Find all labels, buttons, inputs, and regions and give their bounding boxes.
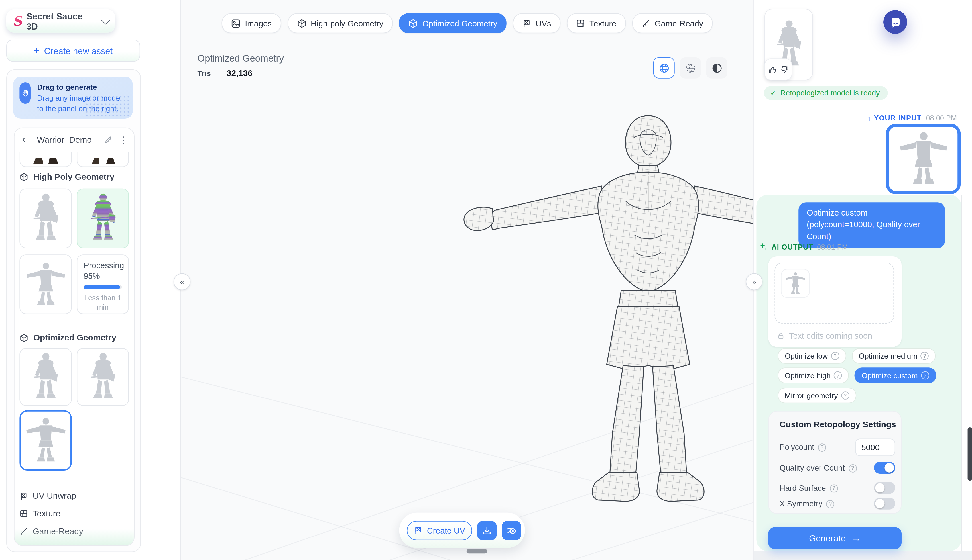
tab-optimized-geometry[interactable]: Optimized Geometry bbox=[399, 13, 507, 33]
tris-value: 32,136 bbox=[227, 68, 252, 78]
ai-output-card: Text edits coming soon bbox=[768, 257, 902, 347]
x-symmetry-toggle[interactable] bbox=[874, 498, 895, 510]
hard-surface-toggle[interactable] bbox=[874, 482, 895, 494]
create-uv-button[interactable]: Create UV bbox=[407, 520, 472, 540]
sword-icon bbox=[641, 19, 650, 28]
processing-percent: 95% bbox=[84, 272, 122, 281]
chip-row-3: Mirror geometry bbox=[778, 388, 856, 403]
check-icon: ✓ bbox=[770, 88, 777, 97]
image-thumbnail-partial[interactable] bbox=[19, 152, 72, 167]
your-input-label: YOUR INPUT bbox=[868, 114, 922, 122]
quality-over-count-label: Quality over Count bbox=[780, 464, 857, 473]
your-input-row: YOUR INPUT 08:00 PM bbox=[868, 114, 957, 122]
hexmesh-icon bbox=[19, 172, 28, 181]
contrast-icon bbox=[711, 62, 722, 73]
thumbs-down-icon[interactable] bbox=[780, 65, 789, 74]
brand-menu-button[interactable]: S Secret Sauce 3D bbox=[6, 9, 115, 33]
create-new-asset-button[interactable]: + Create new asset bbox=[6, 40, 140, 62]
sidebar-item-game-ready[interactable]: Game-Ready bbox=[19, 527, 83, 536]
tris-counter: Tris 32,136 bbox=[197, 68, 252, 78]
chip-mirror-geometry[interactable]: Mirror geometry bbox=[778, 388, 856, 403]
feedback-pill bbox=[765, 58, 792, 80]
cube-icon bbox=[19, 333, 28, 342]
kebab-menu-icon[interactable]: ⋮ bbox=[119, 135, 128, 144]
optimized-thumbnail-selected[interactable] bbox=[19, 410, 72, 470]
edit-pencil-icon[interactable] bbox=[104, 135, 113, 143]
chip-row-2: Optimize high Optimize custom bbox=[778, 367, 936, 383]
tab-game-ready[interactable]: Game-Ready bbox=[632, 13, 713, 33]
shading-view-button[interactable] bbox=[706, 57, 727, 78]
help-icon bbox=[826, 500, 834, 508]
chip-optimize-low[interactable]: Optimize low bbox=[778, 348, 846, 364]
tab-high-poly-geometry[interactable]: High-poly Geometry bbox=[287, 13, 393, 33]
user-input-thumbnail[interactable] bbox=[886, 124, 960, 194]
highpoly-thumbnail-tpose[interactable] bbox=[19, 254, 72, 314]
drag-card-body: Drag any image or model to the panel on … bbox=[37, 93, 129, 113]
bottom-drag-handle[interactable] bbox=[467, 549, 488, 553]
optimized-thumbnail[interactable] bbox=[19, 348, 72, 406]
highpoly-thumbnail-colored[interactable] bbox=[77, 188, 129, 248]
blender-export-button[interactable] bbox=[502, 520, 521, 540]
collapse-left-button[interactable]: « bbox=[174, 273, 191, 290]
x-symmetry-label: X Symmetry bbox=[780, 500, 834, 508]
sidebar-item-uv-unwrap[interactable]: UV Unwrap bbox=[19, 492, 76, 501]
tab-images[interactable]: Images bbox=[222, 13, 281, 33]
vertical-scrollbar[interactable] bbox=[968, 427, 972, 480]
plus-icon: + bbox=[34, 45, 40, 55]
stage-tabs: Images High-poly Geometry Optimized Geom… bbox=[222, 13, 713, 33]
sidebar: S Secret Sauce 3D + Create new asset Dra… bbox=[0, 0, 181, 560]
thumbs-up-icon[interactable] bbox=[768, 65, 777, 74]
processing-card: Processing 95% Less than 1 min remaining… bbox=[77, 254, 129, 314]
highpoly-thumbnail[interactable] bbox=[19, 188, 72, 248]
viewport-title: Optimized Geometry bbox=[197, 53, 284, 63]
help-icon bbox=[831, 352, 839, 360]
ai-output-time: 08:01 PM bbox=[817, 243, 848, 250]
view-mode-buttons bbox=[653, 57, 727, 78]
tris-label: Tris bbox=[197, 69, 211, 78]
asset-panel: Drag to generate Drag any image or model… bbox=[6, 69, 141, 552]
quality-over-count-toggle[interactable] bbox=[874, 462, 895, 474]
viewport-action-bar: Create UV bbox=[399, 513, 525, 548]
asset-name: Warrior_Demo bbox=[37, 135, 92, 144]
generate-button[interactable]: Generate → bbox=[768, 527, 902, 549]
help-icon bbox=[841, 392, 849, 400]
wireframe-view-button[interactable] bbox=[653, 57, 675, 78]
chip-optimize-medium[interactable]: Optimize medium bbox=[852, 348, 935, 364]
polycount-input[interactable] bbox=[855, 439, 895, 456]
hidden-wireframe-view-button[interactable] bbox=[680, 57, 701, 78]
ready-status-badge: ✓ Retopologized model is ready. bbox=[764, 86, 888, 100]
help-icon bbox=[921, 372, 929, 380]
wireframe-globe-icon bbox=[658, 62, 669, 73]
hard-surface-label: Hard Surface bbox=[780, 484, 838, 492]
tab-texture[interactable]: Texture bbox=[567, 13, 626, 33]
scroll-gutter-line bbox=[962, 195, 962, 551]
processing-eta: Less than 1 min remaining… bbox=[84, 293, 122, 314]
help-icon bbox=[848, 464, 857, 472]
chat-widget-button[interactable] bbox=[883, 10, 907, 34]
brand-logo-icon: S bbox=[13, 15, 22, 28]
help-icon bbox=[834, 372, 842, 380]
output-dropzone bbox=[775, 263, 894, 323]
chip-optimize-high[interactable]: Optimize high bbox=[778, 367, 849, 383]
create-new-asset-label: Create new asset bbox=[44, 45, 113, 55]
chip-optimize-custom[interactable]: Optimize custom bbox=[855, 367, 936, 383]
cube-icon bbox=[409, 18, 418, 28]
text-edits-label: Text edits coming soon bbox=[789, 331, 872, 340]
custom-retopology-settings-card: Custom Retopology Settings Polycount Qua… bbox=[768, 411, 902, 514]
settings-title: Custom Retopology Settings bbox=[780, 420, 896, 429]
optimized-thumbnail[interactable] bbox=[77, 348, 129, 406]
sidebar-item-texture[interactable]: Texture bbox=[19, 509, 60, 518]
help-icon bbox=[818, 443, 826, 452]
polycount-label: Polycount bbox=[780, 443, 826, 452]
download-button[interactable] bbox=[477, 520, 496, 540]
image-thumbnail-partial[interactable] bbox=[77, 152, 129, 167]
tab-uvs[interactable]: UVs bbox=[513, 13, 561, 33]
chip-row-1: Optimize low Optimize medium bbox=[778, 348, 935, 364]
collapse-right-button[interactable]: » bbox=[746, 273, 763, 290]
lock-icon bbox=[777, 332, 785, 340]
viewport: Images High-poly Geometry Optimized Geom… bbox=[181, 0, 753, 560]
back-chevron-icon[interactable]: ‹ bbox=[22, 133, 26, 144]
ai-output-thumbnail[interactable] bbox=[781, 269, 810, 298]
sword-icon bbox=[19, 527, 28, 535]
chat-bubble-icon bbox=[889, 16, 901, 28]
